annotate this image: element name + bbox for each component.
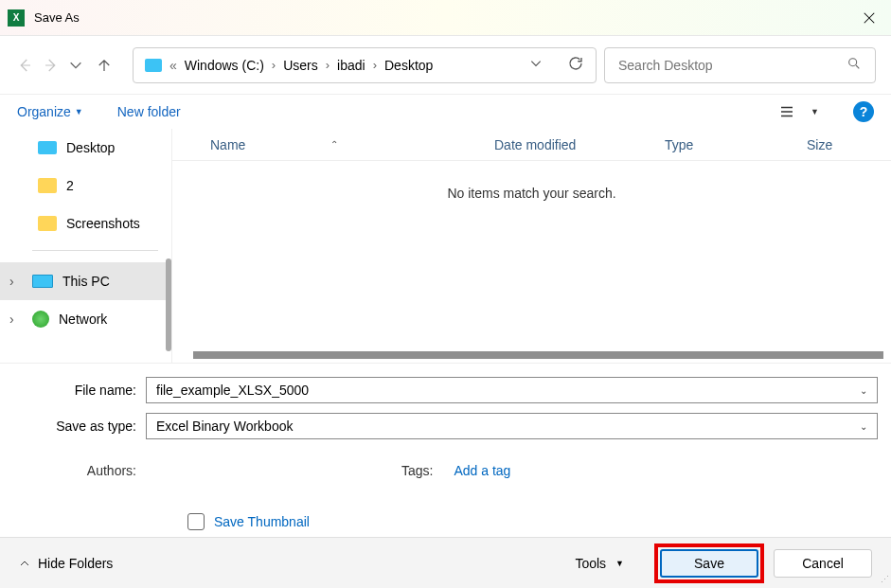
savetype-dropdown[interactable]: Excel Binary Workbook ⌄ [146,413,878,439]
sidebar-item-label: Network [59,312,107,327]
list-icon [778,103,795,120]
cancel-button[interactable]: Cancel [774,549,872,578]
chevron-right-icon: › [373,58,377,72]
sidebar-item-folder[interactable]: Screenshots [0,205,171,242]
chevron-right-icon: › [272,58,276,72]
close-icon [863,11,876,25]
chevron-up-icon [19,558,30,569]
sort-indicator-icon: ⌃ [330,139,338,150]
pc-icon [32,275,53,288]
nav-back-button[interactable] [15,56,34,75]
hide-folders-button[interactable]: Hide Folders [19,556,113,571]
breadcrumb-item[interactable]: Users [283,58,318,73]
chevron-right-icon: › [326,58,330,72]
empty-message: No items match your search. [172,161,891,225]
chevron-right-icon[interactable]: › [9,274,23,289]
horizontal-scrollbar[interactable] [193,351,883,359]
search-box[interactable] [604,47,876,83]
network-icon [32,311,49,328]
chevron-right-icon[interactable]: › [9,312,23,327]
close-button[interactable] [847,0,891,36]
main-area: Desktop 2 Screenshots › This PC › Networ… [0,129,891,364]
folder-icon [38,216,57,231]
excel-app-icon: X [8,9,25,27]
toolbar: Organize ▼ New folder ▼ ? [0,95,891,129]
sidebar-item-label: This PC [62,274,110,289]
chevron-down-icon[interactable]: ⌄ [860,421,867,432]
window-title: Save As [34,10,80,25]
authors-input[interactable] [146,458,288,483]
refresh-icon [567,55,584,72]
column-header-size[interactable]: Size [807,137,864,152]
resize-grip[interactable]: ⋰ [878,575,889,586]
sidebar-item-desktop[interactable]: Desktop [0,129,171,167]
arrow-left-icon [16,57,33,74]
footer: Hide Folders Tools ▼ Save Cancel ⋰ [0,537,891,588]
sidebar-scrollbar[interactable] [166,258,171,351]
column-header-date[interactable]: Date modified [494,137,665,152]
folder-icon [38,178,57,193]
arrow-up-icon [96,57,113,74]
sidebar: Desktop 2 Screenshots › This PC › Networ… [0,129,172,363]
search-icon [846,56,862,74]
sidebar-item-label: 2 [66,178,74,193]
savetype-label: Save as type: [13,419,146,434]
chevron-down-icon[interactable]: ⌄ [860,385,867,396]
tools-dropdown[interactable]: Tools ▼ [575,556,624,571]
save-thumbnail-label[interactable]: Save Thumbnail [214,514,310,529]
sidebar-divider [32,250,158,251]
sidebar-item-label: Screenshots [66,216,140,231]
breadcrumb[interactable]: « Windows (C:) › Users › ibadi › Desktop [133,47,597,83]
filename-label: File name: [13,383,146,398]
save-thumbnail-checkbox[interactable] [187,513,205,530]
sidebar-item-this-pc[interactable]: › This PC [0,262,171,300]
search-input[interactable] [618,58,846,73]
sidebar-item-label: Desktop [66,140,115,155]
save-form: File name: file_example_XLSX_5000 ⌄ Save… [0,364,891,538]
save-button-highlight: Save [654,543,764,583]
nav-recent-button[interactable] [68,56,83,75]
sidebar-item-network[interactable]: › Network [0,300,171,338]
file-list: Name ⌃ Date modified Type Size No items … [172,129,891,363]
breadcrumb-item[interactable]: Desktop [384,58,433,73]
refresh-button[interactable] [567,55,584,75]
sidebar-item-folder[interactable]: 2 [0,167,171,205]
nav-up-button[interactable] [95,56,114,75]
view-options-button[interactable]: ▼ [778,103,819,120]
breadcrumb-dropdown-button[interactable] [529,57,543,73]
column-header-name[interactable]: Name ⌃ [210,137,494,152]
drive-icon [145,59,162,72]
filename-input[interactable]: file_example_XLSX_5000 ⌄ [146,377,878,403]
nav-bar: « Windows (C:) › Users › ibadi › Desktop [0,36,891,95]
nav-forward-button[interactable] [42,56,61,75]
chevron-down-icon [529,57,543,70]
breadcrumb-item[interactable]: ibadi [337,58,365,73]
chevron-down-icon [68,57,83,74]
authors-label: Authors: [13,463,146,478]
tags-label: Tags: [401,463,442,478]
column-headers: Name ⌃ Date modified Type Size [172,129,891,161]
breadcrumb-overflow[interactable]: « [169,58,177,73]
svg-point-0 [849,59,857,66]
titlebar: X Save As [0,0,891,36]
help-button[interactable]: ? [853,101,874,122]
desktop-icon [38,141,57,154]
column-header-type[interactable]: Type [665,137,807,152]
save-button[interactable]: Save [660,549,758,578]
organize-button[interactable]: Organize ▼ [17,104,83,119]
arrow-right-icon [43,57,60,74]
new-folder-button[interactable]: New folder [117,104,181,119]
breadcrumb-item[interactable]: Windows (C:) [185,58,264,73]
add-tag-link[interactable]: Add a tag [454,463,510,478]
